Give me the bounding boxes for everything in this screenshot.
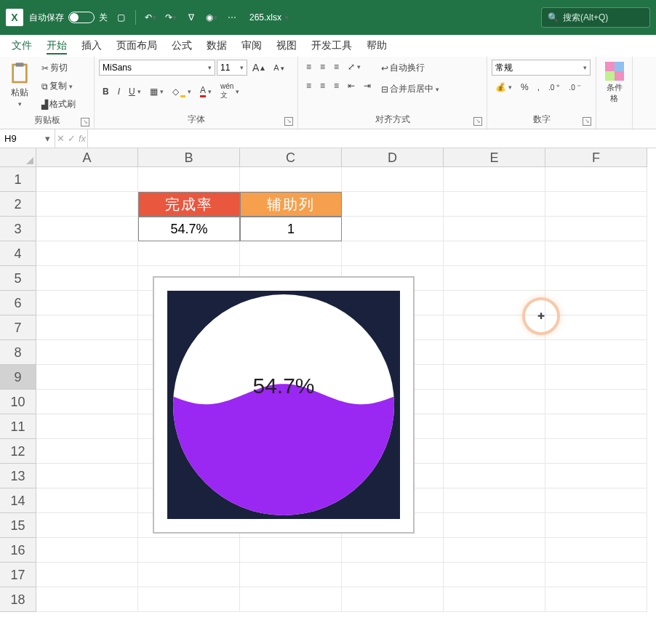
align-right-button[interactable]: ≡ — [330, 79, 343, 93]
format-painter-button[interactable]: ▟ 格式刷 — [38, 96, 79, 113]
cell[interactable] — [36, 266, 138, 291]
cell[interactable] — [36, 291, 138, 315]
redo-icon[interactable]: ↷▾ — [164, 10, 178, 25]
qat-more-icon[interactable]: ⋯ — [225, 10, 239, 25]
cell-B3[interactable]: 54.7% — [138, 217, 240, 241]
cell[interactable] — [240, 167, 342, 192]
phonetic-button[interactable]: wén文▾ — [217, 80, 243, 102]
conditional-format-button[interactable]: 条件格 — [601, 60, 628, 106]
cell[interactable] — [138, 241, 240, 266]
cell[interactable] — [545, 439, 647, 464]
cell[interactable] — [545, 266, 647, 291]
cell[interactable] — [545, 217, 647, 241]
enter-icon[interactable]: ✓ — [68, 133, 76, 144]
bold-button[interactable]: B — [99, 84, 113, 99]
cell[interactable] — [545, 241, 647, 266]
column-header-C[interactable]: C — [240, 148, 342, 167]
column-header-B[interactable]: B — [138, 148, 240, 167]
cell[interactable] — [444, 241, 545, 266]
align-bottom-button[interactable]: ≡ — [330, 60, 343, 74]
cell[interactable] — [444, 390, 545, 414]
tab-layout[interactable]: 页面布局 — [109, 35, 164, 57]
underline-button[interactable]: U▾ — [125, 84, 145, 99]
cell[interactable] — [444, 192, 545, 217]
cell[interactable] — [240, 241, 342, 266]
cell[interactable] — [545, 315, 647, 340]
row-header-15[interactable]: 15 — [0, 513, 36, 538]
tab-home[interactable]: 开始 — [39, 35, 74, 57]
merge-center-button[interactable]: ⊟ 合并后居中▾ — [377, 81, 443, 97]
cell[interactable] — [545, 192, 647, 217]
cell[interactable] — [545, 167, 647, 192]
cell[interactable] — [444, 439, 545, 464]
copy-button[interactable]: ⧉ 复制▾ — [38, 78, 79, 94]
cell[interactable] — [444, 365, 545, 390]
cell[interactable] — [444, 488, 545, 513]
row-header-2[interactable]: 2 — [0, 192, 36, 217]
italic-button[interactable]: I — [114, 84, 124, 99]
undo-icon[interactable]: ↶▾ — [143, 10, 158, 25]
cell[interactable] — [240, 538, 342, 563]
row-header-5[interactable]: 5 — [0, 266, 36, 291]
decrease-decimal-button[interactable]: .0⁻ — [565, 80, 584, 94]
cell[interactable] — [545, 464, 647, 488]
cell[interactable] — [545, 563, 647, 587]
column-header-A[interactable]: A — [36, 148, 138, 167]
cell[interactable] — [342, 167, 444, 192]
borders-button[interactable]: ▦▾ — [146, 84, 167, 99]
cell[interactable] — [444, 513, 545, 538]
select-all-button[interactable] — [0, 148, 36, 167]
font-name-select[interactable]: MiSans▾ — [99, 60, 215, 76]
cell[interactable] — [342, 538, 444, 563]
tab-file[interactable]: 文件 — [4, 35, 39, 57]
column-header-F[interactable]: F — [545, 148, 647, 167]
row-header-1[interactable]: 1 — [0, 167, 36, 192]
formula-input[interactable] — [88, 129, 656, 148]
fill-color-button[interactable]: ◇ ▾ — [169, 83, 195, 100]
cell[interactable] — [36, 538, 138, 563]
paste-button[interactable]: 粘贴 ▾ — [4, 60, 35, 110]
cell[interactable] — [36, 414, 138, 439]
tab-review[interactable]: 审阅 — [234, 35, 269, 57]
dialog-launcher-icon[interactable]: ↘ — [473, 117, 482, 126]
cell[interactable] — [444, 167, 545, 192]
name-box[interactable]: H9 ▾ — [0, 129, 55, 148]
save-icon[interactable]: ▢ — [113, 10, 128, 25]
row-header-6[interactable]: 6 — [0, 291, 36, 315]
cell[interactable] — [444, 414, 545, 439]
autosave-toggle[interactable]: 自动保存 关 — [29, 12, 108, 24]
cell[interactable] — [36, 192, 138, 217]
row-header-3[interactable]: 3 — [0, 217, 36, 241]
cell[interactable] — [36, 217, 138, 241]
cell-C3[interactable]: 1 — [240, 217, 342, 241]
row-header-4[interactable]: 4 — [0, 241, 36, 266]
cell[interactable] — [138, 538, 240, 563]
cell[interactable] — [444, 291, 545, 315]
wrap-text-button[interactable]: ↩ 自动换行 — [377, 60, 443, 76]
cell[interactable] — [444, 587, 545, 612]
align-center-button[interactable]: ≡ — [316, 79, 329, 93]
cell[interactable] — [138, 587, 240, 612]
dialog-launcher-icon[interactable]: ↘ — [81, 118, 89, 126]
increase-font-button[interactable]: A▴ — [249, 60, 268, 76]
tab-formula[interactable]: 公式 — [164, 35, 199, 57]
cell[interactable] — [342, 241, 444, 266]
worksheet-grid[interactable]: ABCDEF 123456789101112131415161718 完成率辅助… — [0, 148, 656, 644]
cell[interactable] — [36, 241, 138, 266]
cell[interactable] — [36, 563, 138, 587]
tab-help[interactable]: 帮助 — [359, 35, 394, 57]
cell[interactable] — [240, 563, 342, 587]
dialog-launcher-icon[interactable]: ↘ — [284, 117, 293, 126]
cell[interactable] — [545, 291, 647, 315]
cut-button[interactable]: ✂ 剪切 — [38, 60, 79, 76]
cell[interactable] — [444, 315, 545, 340]
column-header-E[interactable]: E — [444, 148, 545, 167]
cell[interactable] — [444, 217, 545, 241]
row-header-18[interactable]: 18 — [0, 587, 36, 612]
tab-dev[interactable]: 开发工具 — [304, 35, 359, 57]
cell[interactable] — [36, 167, 138, 192]
cell[interactable] — [36, 390, 138, 414]
column-headers[interactable]: ABCDEF — [36, 148, 647, 167]
cell[interactable] — [545, 365, 647, 390]
indent-decrease-button[interactable]: ⇤ — [344, 79, 359, 93]
